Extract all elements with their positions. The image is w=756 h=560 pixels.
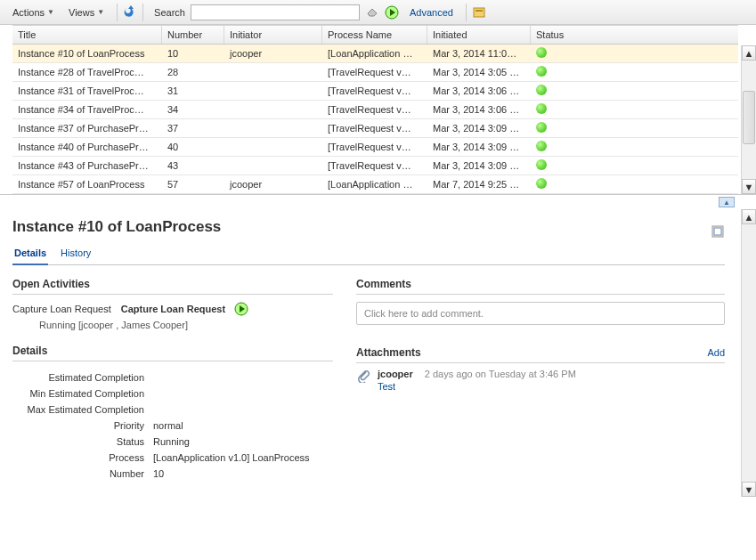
- scroll-up-arrow[interactable]: ▲: [742, 45, 756, 61]
- scroll-thumb[interactable]: [743, 91, 755, 144]
- open-activity-assignee-line: Running [jcooper , James Cooper]: [39, 320, 333, 330]
- attachment-row: jcooper 2 days ago on Tuesday at 3:46 PM…: [356, 369, 725, 392]
- detail-tool-icon[interactable]: [711, 224, 725, 239]
- column-header-initiator[interactable]: Initiator: [224, 26, 322, 44]
- table-row[interactable]: Instance #57 of LoanProcess57jcooper[Loa…: [12, 175, 738, 194]
- details-heading: Details: [12, 345, 333, 361]
- cell-title: Instance #57 of LoanProcess: [12, 179, 162, 190]
- field-value-priority: normal: [150, 418, 331, 433]
- table-row[interactable]: Instance #43 of PurchasePr…43[TravelRequ…: [12, 157, 738, 175]
- open-activities-heading: Open Activities: [12, 278, 333, 295]
- toolbar-separator: [142, 4, 143, 21]
- column-header-process[interactable]: Process Name: [322, 26, 427, 44]
- cell-status: [531, 85, 738, 97]
- process-instance-table: Title Number Initiator Process Name Init…: [0, 25, 756, 195]
- cell-initiated: Mar 3, 2014 3:05 …: [427, 67, 531, 77]
- actions-menu[interactable]: Actions ▼: [5, 5, 61, 20]
- cell-initiated: Mar 3, 2014 3:06 …: [427, 85, 531, 96]
- cell-number: 31: [162, 85, 224, 96]
- cell-process: [TravelRequest v…: [322, 142, 427, 152]
- open-activity-assignee: [jcooper , James Cooper]: [78, 320, 188, 330]
- cell-process: [TravelRequest v…: [322, 123, 427, 134]
- add-attachment-link[interactable]: Add: [707, 347, 725, 358]
- cell-title: Instance #31 of TravelProc…: [12, 85, 162, 96]
- scroll-track[interactable]: [742, 61, 756, 179]
- refresh-icon[interactable]: [123, 5, 137, 20]
- table-header-row: Title Number Initiator Process Name Init…: [12, 25, 738, 45]
- tab-history[interactable]: History: [59, 245, 93, 264]
- cell-status: [531, 47, 738, 60]
- cell-process: [TravelRequest v…: [322, 104, 427, 115]
- scroll-up-arrow[interactable]: ▲: [742, 209, 756, 224]
- field-label-status: Status: [14, 434, 148, 449]
- open-activity-row: Capture Loan Request Capture Loan Reques…: [12, 302, 333, 316]
- field-value-process: [LoanApplication v1.0] LoanProcess: [150, 450, 331, 465]
- cell-status: [531, 159, 738, 172]
- chevron-down-icon: ▼: [47, 8, 54, 16]
- cell-status: [531, 122, 738, 134]
- table-row[interactable]: Instance #34 of TravelProc…34[TravelRequ…: [12, 101, 738, 119]
- cell-number: 10: [162, 48, 224, 59]
- table-row[interactable]: Instance #28 of TravelProc…28[TravelRequ…: [12, 63, 738, 82]
- cell-number: 34: [162, 104, 224, 115]
- cell-initiated: Mar 3, 2014 3:09 …: [427, 160, 531, 171]
- detail-scrollbar[interactable]: ▲ ▼: [741, 209, 756, 497]
- play-icon[interactable]: [385, 5, 399, 20]
- advanced-link[interactable]: Advanced: [410, 7, 453, 18]
- cell-number: 40: [162, 142, 224, 152]
- views-menu[interactable]: Views ▼: [61, 5, 111, 20]
- cell-initiated: Mar 3, 2014 11:0…: [427, 48, 531, 59]
- status-running-icon: [536, 141, 547, 151]
- svg-rect-6: [714, 228, 721, 235]
- cell-initiator: jcooper: [224, 179, 322, 190]
- svg-rect-4: [476, 10, 483, 12]
- table-row[interactable]: Instance #37 of PurchasePr…37[TravelRequ…: [12, 119, 738, 138]
- column-header-status[interactable]: Status: [531, 26, 738, 44]
- cell-title: Instance #40 of PurchasePr…: [12, 142, 162, 152]
- open-activity-state: Running: [39, 320, 76, 330]
- column-header-number[interactable]: Number: [162, 26, 224, 44]
- field-value-min: [150, 386, 331, 401]
- cell-process: [LoanApplication …: [322, 48, 427, 59]
- add-comment-input[interactable]: Click here to add comment.: [356, 302, 725, 325]
- status-running-icon: [536, 66, 547, 77]
- search-group: Search Advanced: [154, 4, 453, 20]
- cell-process: [LoanApplication …: [322, 179, 427, 190]
- scroll-down-arrow[interactable]: ▼: [742, 482, 756, 497]
- attachment-link[interactable]: Test: [378, 381, 576, 392]
- toolbar-separator: [117, 4, 118, 21]
- cell-initiated: Mar 3, 2014 3:06 …: [427, 104, 531, 115]
- attachments-heading: Attachments: [356, 346, 421, 359]
- table-row[interactable]: Instance #31 of TravelProc…31[TravelRequ…: [12, 82, 738, 101]
- tab-details[interactable]: Details: [12, 245, 48, 265]
- table-scrollbar[interactable]: ▲ ▼: [741, 45, 756, 194]
- field-label-number: Number: [14, 467, 148, 481]
- field-label-min: Min Estimated Completion: [14, 386, 148, 401]
- actions-label: Actions: [12, 7, 45, 18]
- cell-title: Instance #34 of TravelProc…: [12, 104, 162, 115]
- cell-title: Instance #37 of PurchasePr…: [12, 123, 162, 134]
- views-label: Views: [69, 7, 94, 18]
- table-row[interactable]: Instance #40 of PurchasePr…40[TravelRequ…: [12, 138, 738, 157]
- cell-number: 43: [162, 160, 224, 171]
- cell-initiated: Mar 3, 2014 3:09 …: [427, 142, 531, 152]
- attachment-user: jcooper: [378, 369, 413, 379]
- top-toolbar: Actions ▼ Views ▼ Search Advanced: [0, 0, 756, 25]
- comments-heading: Comments: [356, 278, 725, 295]
- preferences-icon[interactable]: [472, 5, 486, 20]
- eraser-icon[interactable]: [365, 5, 379, 20]
- table-row[interactable]: Instance #10 of LoanProcess10jcooper[Loa…: [12, 45, 738, 63]
- details-fields-table: Estimated Completion Min Estimated Compl…: [12, 369, 333, 483]
- collapse-handle-icon[interactable]: ▲: [719, 197, 735, 207]
- column-header-title[interactable]: Title: [12, 26, 162, 44]
- cell-number: 28: [162, 67, 224, 77]
- chevron-down-icon: ▼: [97, 8, 104, 16]
- scroll-down-arrow[interactable]: ▼: [742, 179, 756, 194]
- field-value-max: [150, 402, 331, 417]
- cell-status: [531, 103, 738, 116]
- status-running-icon: [536, 178, 547, 189]
- cell-title: Instance #43 of PurchasePr…: [12, 160, 162, 171]
- search-input[interactable]: [191, 4, 360, 20]
- activity-play-icon[interactable]: [234, 302, 248, 316]
- column-header-initiated[interactable]: Initiated: [427, 26, 531, 44]
